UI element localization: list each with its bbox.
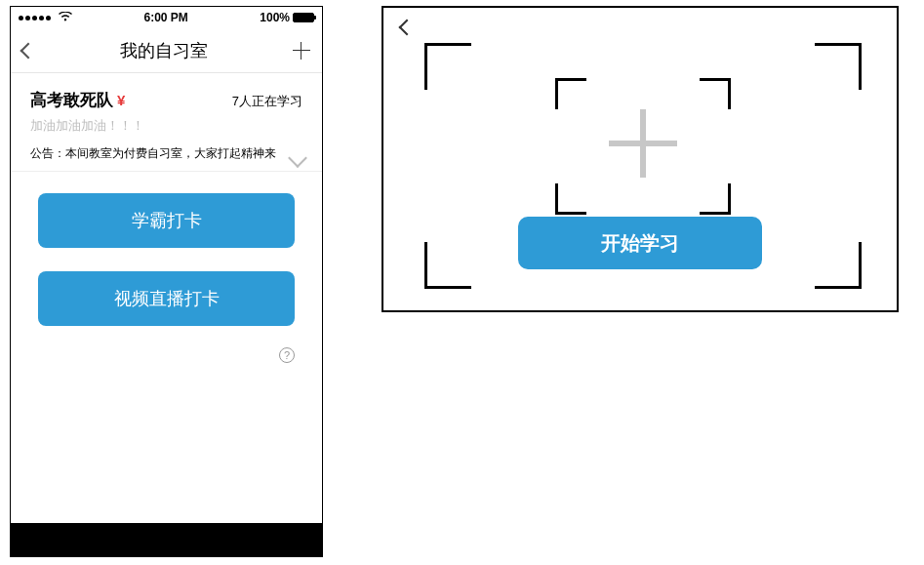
crosshair-icon: [609, 109, 677, 178]
help-icon[interactable]: ?: [279, 347, 295, 363]
paid-badge: ¥: [117, 92, 125, 108]
add-icon[interactable]: [293, 42, 310, 60]
panel-back-icon[interactable]: [399, 20, 416, 36]
start-study-button[interactable]: 开始学习: [518, 217, 762, 269]
study-count: 7人正在学习: [232, 93, 302, 110]
bottom-bar: [11, 523, 322, 556]
video-checkin-button[interactable]: 视频直播打卡: [38, 271, 295, 326]
page-title: 我的自习室: [34, 39, 293, 62]
phone-mockup: 6:00 PM 100% 我的自习室 高考敢死队 ¥ 7人正在学习 加油加油加油…: [10, 6, 323, 557]
battery-percent: 100%: [260, 11, 290, 24]
room-card[interactable]: 高考敢死队 ¥ 7人正在学习 加油加油加油！！！ 公告：本间教室为付费自习室，大…: [11, 73, 322, 172]
room-subtitle: 加油加油加油！！！: [30, 117, 302, 135]
signal-dots-icon: [19, 16, 51, 20]
status-bar: 6:00 PM 100%: [11, 7, 322, 28]
viewfinder-inner: [555, 78, 731, 215]
camera-panel: 开始学习: [382, 6, 899, 312]
battery-icon: [293, 13, 314, 22]
wifi-icon: [59, 11, 72, 24]
room-name: 高考敢死队 ¥: [30, 89, 125, 111]
checkin-button[interactable]: 学霸打卡: [38, 193, 295, 248]
room-notice: 公告：本间教室为付费自习室，大家打起精神来: [30, 144, 302, 163]
nav-bar: 我的自习室: [11, 28, 322, 73]
status-time: 6:00 PM: [72, 11, 260, 24]
